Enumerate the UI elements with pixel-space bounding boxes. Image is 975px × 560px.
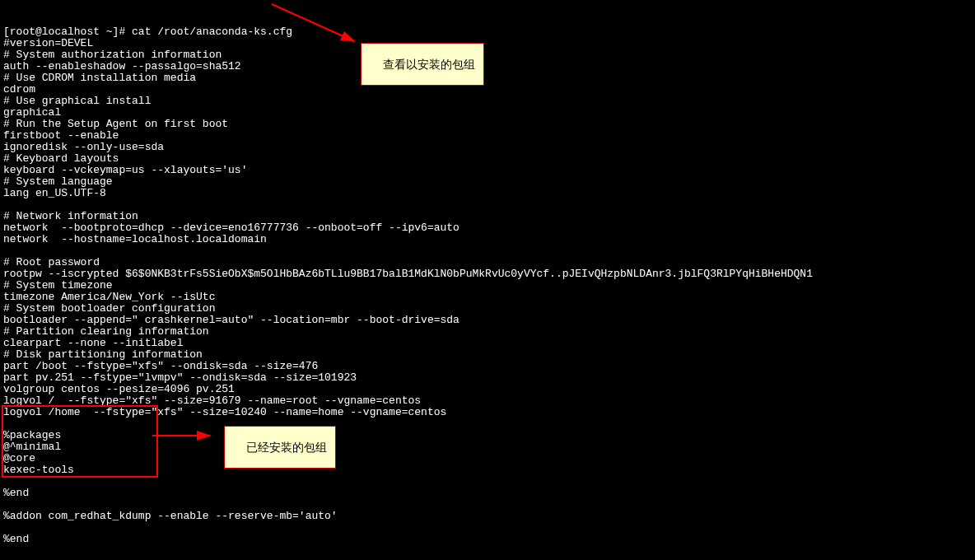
svg-line-0	[272, 4, 354, 41]
terminal-line: # System timezone	[3, 280, 972, 292]
bottom-callout-label: 已经安装的包组	[224, 426, 336, 469]
terminal-line: # Root password	[3, 257, 972, 268]
terminal-line	[3, 522, 972, 534]
terminal-line: keyboard --vckeymap=us --xlayouts='us'	[3, 165, 972, 176]
terminal-line	[3, 245, 972, 257]
terminal-line: network --bootproto=dhcp --device=eno167…	[3, 222, 972, 234]
terminal-line: # Use CDROM installation media	[3, 72, 972, 84]
terminal-line: bootloader --append=" crashkernel=auto" …	[3, 315, 972, 326]
terminal-line: lang en_US.UTF-8	[3, 188, 972, 199]
terminal-line: network --hostname=localhost.localdomain	[3, 234, 972, 245]
terminal-line: # Run the Setup Agent on first boot	[3, 119, 972, 130]
terminal-output: [root@localhost ~]# cat /root/anaconda-k…	[0, 0, 975, 560]
terminal-line: # System language	[3, 176, 972, 188]
packages-highlight-box	[2, 405, 158, 478]
terminal-line: %addon com_redhat_kdump --enable --reser…	[3, 511, 972, 522]
terminal-line: %end	[3, 534, 972, 545]
terminal-line: clearpart --none --initlabel	[3, 338, 972, 349]
terminal-line: # Partition clearing information	[3, 326, 972, 338]
top-callout-label: 查看以安装的包组	[361, 43, 484, 86]
terminal-line: timezone America/New_York --isUtc	[3, 292, 972, 303]
arrow-to-bottom-callout-icon	[148, 427, 219, 444]
terminal-line: cdrom	[3, 84, 972, 96]
terminal-line: ignoredisk --only-use=sda	[3, 142, 972, 153]
terminal-line: # System authorization information	[3, 49, 972, 61]
terminal-line: %end	[3, 488, 972, 499]
terminal-line: firstboot --enable	[3, 130, 972, 142]
top-callout-text: 查看以安装的包组	[383, 58, 475, 71]
terminal-line: #version=DEVEL	[3, 38, 972, 49]
terminal-line: auth --enableshadow --passalgo=sha512	[3, 61, 972, 72]
terminal-line	[3, 499, 972, 511]
terminal-line	[3, 199, 972, 211]
terminal-line: [root@localhost ~]# cat /root/anaconda-k…	[3, 26, 972, 38]
terminal-line: # Use graphical install	[3, 96, 972, 107]
terminal-line: graphical	[3, 107, 972, 119]
arrow-to-top-callout-icon	[268, 0, 366, 49]
terminal-line: # Disk partitioning information	[3, 349, 972, 361]
terminal-line	[3, 476, 972, 488]
terminal-line: # System bootloader configuration	[3, 303, 972, 315]
terminal-line: part /boot --fstype="xfs" --ondisk=sda -…	[3, 361, 972, 372]
terminal-line: volgroup centos --pesize=4096 pv.251	[3, 384, 972, 395]
terminal-line: part pv.251 --fstype="lvmpv" --ondisk=sd…	[3, 372, 972, 384]
terminal-line: # Network information	[3, 211, 972, 222]
terminal-line: # Keyboard layouts	[3, 153, 972, 165]
bottom-callout-text: 已经安装的包组	[246, 441, 327, 454]
terminal-line: rootpw --iscrypted $6$0NKB3trFs5SieObX$m…	[3, 268, 972, 280]
